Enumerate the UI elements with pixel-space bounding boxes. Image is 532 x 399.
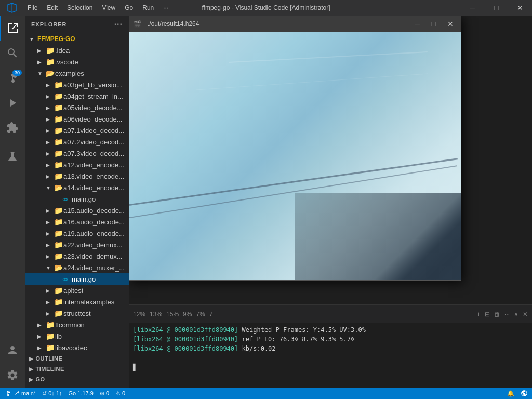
a073-label: a07.3video_decod... <box>63 150 124 157</box>
window-title: ffmpeg-go - Visual Studio Code [Administ… <box>202 4 330 11</box>
menu-file[interactable]: File <box>23 2 42 14</box>
folder-icon-a072: 📁 <box>54 138 63 146</box>
tree-item-a05[interactable]: ▶ 📁 a05video_decode... <box>25 102 129 113</box>
search-activity-icon[interactable] <box>0 41 25 65</box>
terminal-split-button[interactable]: ⊟ <box>485 311 490 318</box>
account-activity-icon[interactable] <box>0 338 25 363</box>
tree-item-a14[interactable]: ▼ 📂 a14.video_encode... <box>25 182 129 193</box>
outline-section[interactable]: ▶ OUTLINE <box>25 353 129 364</box>
git-branch-label: ⎇ main* <box>13 390 36 397</box>
terminal-add-button[interactable]: + <box>477 311 481 318</box>
tree-item-a14-main[interactable]: ∞ main.go <box>25 193 129 205</box>
go-version-status[interactable]: Go 1.17.9 <box>69 390 94 396</box>
video-minimize-button[interactable]: ─ <box>411 18 423 30</box>
folder-icon-a03: 📁 <box>54 81 63 89</box>
video-highlight-2 <box>196 73 428 90</box>
tree-item-a071[interactable]: ▶ 📁 a07.1video_decod... <box>25 125 129 136</box>
terminal-chevron-button[interactable]: ∧ <box>514 311 518 318</box>
tree-item-lib[interactable]: ▶ 📁 lib <box>25 330 129 342</box>
video-title: ./out/result14.h264 <box>148 20 407 28</box>
root-folder[interactable]: ▼ FFMPEG-GO <box>25 33 129 45</box>
test-activity-icon[interactable] <box>0 144 25 169</box>
tree-item-a24-main[interactable]: ∞ main.go <box>25 273 129 285</box>
folder-icon-a16: 📁 <box>54 218 63 226</box>
terminal-line-3: [libx264 @ 000001d3ffd80940] kb/s:0.02 <box>133 344 528 353</box>
video-highlight-1 <box>229 51 428 63</box>
tree-item-a24[interactable]: ▼ 📂 a24.video_muxer_... <box>25 262 129 273</box>
menu-selection[interactable]: Selection <box>63 2 97 14</box>
menu-more[interactable]: ··· <box>159 2 172 14</box>
menu-edit[interactable]: Edit <box>43 2 62 14</box>
extensions-activity-icon[interactable] <box>0 115 25 140</box>
go-section[interactable]: ▶ GO <box>25 374 129 384</box>
tree-item-examples[interactable]: ▼ 📂 examples <box>25 68 129 79</box>
sidebar-header-actions[interactable]: ··· <box>114 20 123 29</box>
terminal-ellipsis-button[interactable]: ··· <box>504 311 510 318</box>
folder-icon-ffcommon: 📁 <box>46 321 55 329</box>
run-debug-activity-icon[interactable] <box>0 90 25 115</box>
explorer-activity-icon[interactable] <box>0 16 25 41</box>
window-controls: ─ □ ✕ <box>460 0 532 16</box>
git-branch-status[interactable]: ⎇ main* <box>4 390 36 397</box>
a22-arrow: ▶ <box>46 242 54 248</box>
notification-bell[interactable]: 🔔 <box>507 390 514 397</box>
folder-icon-a14: 📂 <box>54 183 63 192</box>
remote-explorer-status[interactable] <box>521 390 528 397</box>
tree-item-a072[interactable]: ▶ 📁 a07.2video_decod... <box>25 136 129 148</box>
tree-item-a19[interactable]: ▶ 📁 a19.audio_encode... <box>25 228 129 239</box>
tree-item-a073[interactable]: ▶ 📁 a07.3video_decod... <box>25 148 129 159</box>
tree-item-a13[interactable]: ▶ 📁 a13.video_encode... <box>25 170 129 182</box>
a03-label: a03get_lib_versio... <box>63 81 122 89</box>
tree-item-a23[interactable]: ▶ 📁 a23.video_demux... <box>25 250 129 262</box>
tree-item-a06[interactable]: ▶ 📁 a06video_decode... <box>25 113 129 125</box>
warnings-status[interactable]: ⚠ 0 <box>115 390 125 397</box>
folder-icon-a23: 📁 <box>54 252 63 260</box>
tree-item-a16[interactable]: ▶ 📁 a16.audio_decode... <box>25 216 129 228</box>
app-icon <box>0 3 23 13</box>
folder-icon-a05: 📁 <box>54 103 63 112</box>
menu-go[interactable]: Go <box>121 2 137 14</box>
close-button[interactable]: ✕ <box>508 0 532 16</box>
terminal-content[interactable]: [libx264 @ 000001d3ffd80940] Weighted P-… <box>129 323 532 388</box>
video-content <box>129 32 461 280</box>
a24-main-label: main.go <box>72 275 96 283</box>
tree-item-libavcodec[interactable]: ▶ 📁 libavcodec <box>25 342 129 353</box>
minimize-button[interactable]: ─ <box>460 0 484 16</box>
tree-item-structtest[interactable]: ▶ 📁 structtest <box>25 308 129 319</box>
tree-item-a22[interactable]: ▶ 📁 a22.video_demux... <box>25 239 129 250</box>
menu-run[interactable]: Run <box>138 2 158 14</box>
maximize-button[interactable]: □ <box>484 0 508 16</box>
settings-activity-icon[interactable] <box>0 363 25 388</box>
timeline-section[interactable]: ▶ TIMELINE <box>25 364 129 374</box>
terminal-trash-button[interactable]: 🗑 <box>494 311 500 318</box>
folder-icon-a15: 📁 <box>54 206 63 215</box>
outline-label: OUTLINE <box>36 355 63 362</box>
video-maximize-button[interactable]: □ <box>428 18 440 30</box>
tree-item-idea[interactable]: ▶ 📁 .idea <box>25 45 129 56</box>
structtest-arrow: ▶ <box>46 311 54 316</box>
activity-bar-bottom <box>0 338 25 388</box>
a071-arrow: ▶ <box>46 128 54 134</box>
tree-item-a15[interactable]: ▶ 📁 a15.audio_decode... <box>25 205 129 216</box>
tree-item-a03[interactable]: ▶ 📁 a03get_lib_versio... <box>25 79 129 90</box>
terminal-prompt: ▋ <box>133 364 137 371</box>
tree-item-apitest[interactable]: ▶ 📁 apitest <box>25 285 129 296</box>
video-close-button[interactable]: ✕ <box>444 18 457 30</box>
lib-label: lib <box>55 332 62 340</box>
source-control-activity-icon[interactable]: 30 <box>0 65 25 90</box>
tree-item-internalexamples[interactable]: ▶ 📁 internalexamples <box>25 296 129 308</box>
tree-item-a12[interactable]: ▶ 📁 a12.video_encode... <box>25 159 129 170</box>
go-arrow: ▶ <box>29 377 34 382</box>
source-control-badge: 30 <box>12 70 22 76</box>
tree-item-vscode[interactable]: ▶ 📁 .vscode <box>25 56 129 68</box>
sync-status[interactable]: ↺ 0↓ 1↑ <box>42 390 62 397</box>
errors-status[interactable]: ⊗ 0 <box>100 390 109 397</box>
terminal-close-panel-button[interactable]: ✕ <box>523 311 528 318</box>
activity-bar: 30 <box>0 16 25 388</box>
a15-arrow: ▶ <box>46 208 54 214</box>
tree-item-a04[interactable]: ▶ 📁 a04get_stream_in... <box>25 90 129 102</box>
tree-item-ffcommon[interactable]: ▶ 📁 ffcommon <box>25 319 129 330</box>
a14-main-label: main.go <box>72 195 96 203</box>
folder-icon-a12: 📁 <box>54 161 63 169</box>
menu-view[interactable]: View <box>98 2 119 14</box>
